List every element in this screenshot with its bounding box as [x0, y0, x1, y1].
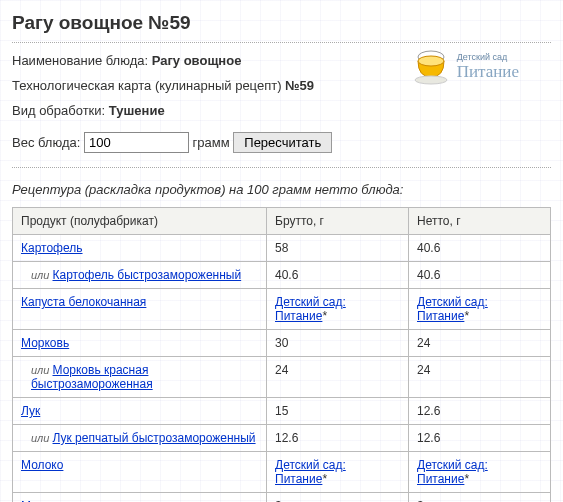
- locked-link[interactable]: Детский сад: Питание: [275, 458, 346, 486]
- table-row: или Морковь красная быстрозамороженная24…: [13, 357, 551, 398]
- netto-cell: 12.6: [409, 398, 551, 425]
- processing-value: Тушение: [109, 103, 165, 118]
- netto-cell: 24: [409, 357, 551, 398]
- ingredients-table: Продукт (полуфабрикат) Брутто, г Нетто, …: [12, 207, 551, 502]
- table-row: Картофель5840.6: [13, 235, 551, 262]
- or-label: или: [31, 269, 53, 281]
- dish-name-value: Рагу овощное: [152, 53, 242, 68]
- netto-cell: 12.6: [409, 425, 551, 452]
- netto-cell: 40.6: [409, 262, 551, 289]
- col-product: Продукт (полуфабрикат): [13, 208, 267, 235]
- product-link[interactable]: Картофель: [21, 241, 83, 255]
- logo-big-text: Питание: [457, 63, 519, 82]
- locked-link[interactable]: Детский сад: Питание: [275, 295, 346, 323]
- weight-input[interactable]: [84, 132, 189, 153]
- processing-row: Вид обработки: Тушение: [12, 103, 551, 118]
- dish-name-label: Наименование блюда:: [12, 53, 152, 68]
- table-header-row: Продукт (полуфабрикат) Брутто, г Нетто, …: [13, 208, 551, 235]
- table-row: МолокоДетский сад: Питание*Детский сад: …: [13, 452, 551, 493]
- brutto-cell: 40.6: [267, 262, 409, 289]
- product-link[interactable]: Молоко: [21, 458, 63, 472]
- product-link[interactable]: Капуста белокочанная: [21, 295, 146, 309]
- brutto-cell: 3: [267, 493, 409, 503]
- brutto-cell: 30: [267, 330, 409, 357]
- table-row: Лук1512.6: [13, 398, 551, 425]
- brutto-cell: 12.6: [267, 425, 409, 452]
- netto-cell: 40.6: [409, 235, 551, 262]
- col-brutto: Брутто, г: [267, 208, 409, 235]
- weight-label: Вес блюда:: [12, 135, 84, 150]
- processing-label: Вид обработки:: [12, 103, 109, 118]
- table-row: или Лук репчатый быстрозамороженный12.61…: [13, 425, 551, 452]
- table-row: или Картофель быстрозамороженный40.640.6: [13, 262, 551, 289]
- locked-link[interactable]: Детский сад: Питание: [417, 458, 488, 486]
- brutto-cell: 24: [267, 357, 409, 398]
- table-row: Морковь3024: [13, 330, 551, 357]
- recalc-button[interactable]: Пересчитать: [233, 132, 332, 153]
- brutto-cell: 15: [267, 398, 409, 425]
- locked-link[interactable]: Детский сад: Питание: [417, 295, 488, 323]
- product-link[interactable]: Лук: [21, 404, 40, 418]
- or-label: или: [31, 432, 53, 444]
- product-link[interactable]: Лук репчатый быстрозамороженный: [53, 431, 256, 445]
- svg-point-1: [418, 56, 444, 66]
- tech-card-value: №59: [285, 78, 314, 93]
- recipe-heading: Рецептура (раскладка продуктов) на 100 г…: [12, 182, 551, 197]
- table-row: Масло сливочное33: [13, 493, 551, 503]
- pot-icon: [411, 47, 451, 88]
- brutto-cell: 58: [267, 235, 409, 262]
- product-link[interactable]: Морковь: [21, 336, 69, 350]
- netto-cell: 3: [409, 493, 551, 503]
- product-link[interactable]: Картофель быстрозамороженный: [53, 268, 242, 282]
- divider: [12, 167, 551, 168]
- tech-card-label: Технологическая карта (кулинарный рецепт…: [12, 78, 285, 93]
- svg-point-2: [415, 76, 447, 84]
- or-label: или: [31, 364, 53, 376]
- table-row: Капуста белокочаннаяДетский сад: Питание…: [13, 289, 551, 330]
- col-netto: Нетто, г: [409, 208, 551, 235]
- brand-logo: Детский сад Питание: [411, 47, 551, 88]
- weight-row: Вес блюда: грамм Пересчитать: [12, 132, 551, 153]
- netto-cell: 24: [409, 330, 551, 357]
- page-title: Рагу овощное №59: [12, 12, 551, 43]
- weight-unit: грамм: [193, 135, 234, 150]
